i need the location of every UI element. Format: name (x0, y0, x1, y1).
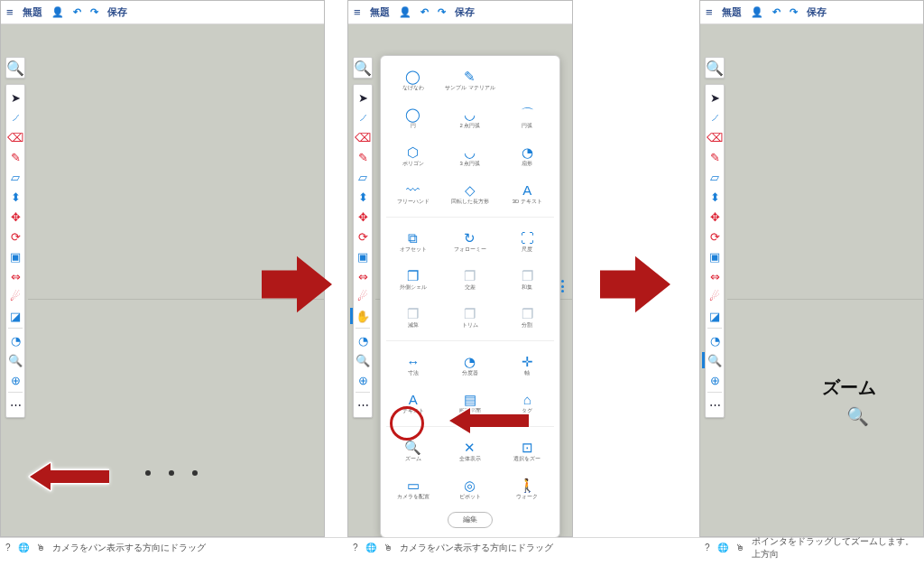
tool-pan[interactable]: ⊕ (355, 370, 371, 390)
person-icon[interactable]: 👤 (51, 6, 64, 18)
palette-zoomext[interactable]: ✕全体表示 (441, 432, 498, 469)
palette-dropper[interactable]: ✎サンプル マテリアル (441, 61, 498, 97)
tool-more[interactable]: ⋯ (355, 394, 371, 414)
save-button[interactable]: 保存 (455, 5, 475, 19)
tool-move[interactable]: ✥ (7, 207, 23, 227)
palette-union2[interactable]: ❐和集 (499, 261, 556, 297)
tool-select[interactable]: ➤ (355, 88, 371, 107)
tool-paint[interactable]: ☄ (7, 286, 23, 306)
tool-protractor[interactable]: ◔ (707, 330, 723, 350)
tool-rotate[interactable]: ⟳ (7, 227, 23, 246)
palette-subtract[interactable]: ❐減算 (384, 299, 441, 335)
tool-move[interactable]: ✥ (707, 207, 723, 227)
palette-split[interactable]: ❐分割 (499, 299, 556, 335)
tool-pan[interactable]: ⊕ (7, 370, 23, 390)
tool-eraser[interactable]: ⌫ (355, 127, 371, 147)
tool-color[interactable]: ▣ (355, 246, 371, 266)
tool-color[interactable]: ▣ (707, 246, 723, 266)
palette-arc[interactable]: ⌒円弧 (499, 99, 556, 135)
globe-icon[interactable]: 🌐 (365, 543, 376, 552)
tool-pencil[interactable]: ✎ (7, 147, 23, 167)
palette-arc2[interactable]: ◡2 点円弧 (441, 99, 498, 135)
menu-icon[interactable]: ≡ (706, 5, 713, 19)
tool-pan[interactable]: ⊕ (707, 370, 723, 390)
palette-followme[interactable]: ↻フォローミー (441, 223, 498, 259)
palette-walk[interactable]: 🚶ウォーク (499, 470, 556, 506)
tool-select[interactable]: ➤ (7, 88, 23, 107)
search-button[interactable]: 🔍 (353, 57, 373, 79)
person-icon[interactable]: 👤 (751, 6, 763, 18)
save-button[interactable]: 保存 (807, 5, 827, 19)
tool-more[interactable]: ⋯ (7, 394, 23, 414)
palette-offset[interactable]: ⧉オフセット (384, 223, 441, 259)
redo-icon[interactable]: ↷ (438, 6, 446, 18)
tool-more[interactable]: ⋯ (707, 394, 723, 414)
palette-scale[interactable]: ⛶尺度 (499, 223, 556, 259)
tool-paint[interactable]: ☄ (707, 286, 723, 306)
palette-pivot[interactable]: ◎ピボット (441, 470, 498, 506)
palette-union[interactable]: ❐交差 (441, 261, 498, 297)
tool-tape[interactable]: ⇔ (355, 266, 371, 286)
tool-hand[interactable]: ✋ (355, 306, 371, 326)
palette-arc3[interactable]: ◡3 点円弧 (441, 137, 498, 173)
tool-line[interactable]: ⟋ (355, 107, 371, 127)
palette-zoom[interactable]: 🔍ズーム (384, 432, 441, 469)
tool-rectangle[interactable]: ▱ (7, 167, 23, 187)
palette-edit-button[interactable]: 編集 (448, 512, 493, 528)
tool-tape[interactable]: ⇔ (707, 266, 723, 286)
undo-icon[interactable]: ↶ (772, 6, 781, 18)
tool-orbit[interactable]: 🔍 (355, 350, 371, 370)
tool-rectangle[interactable]: ▱ (707, 167, 723, 187)
tool-pushpull[interactable]: ⬍ (7, 187, 23, 207)
palette-outershell[interactable]: ❐外側シェル (384, 261, 441, 297)
tool-select[interactable]: ➤ (707, 88, 723, 107)
tool-pushpull[interactable]: ⬍ (355, 187, 371, 207)
tool-pushpull[interactable]: ⬍ (707, 187, 723, 207)
globe-icon[interactable]: 🌐 (717, 543, 728, 552)
redo-icon[interactable]: ↷ (790, 6, 798, 18)
palette-axes[interactable]: ✛軸 (499, 347, 556, 383)
tool-line[interactable]: ⟋ (7, 107, 23, 127)
tool-rotate[interactable]: ⟳ (355, 227, 371, 246)
help-icon[interactable]: ? (705, 543, 710, 552)
palette-lasso[interactable]: ◯なげなわ (384, 61, 441, 97)
palette-position[interactable]: ▭カメラを配置 (384, 470, 441, 506)
tool-orbit[interactable]: 🔍 (7, 350, 23, 370)
menu-icon[interactable]: ≡ (6, 5, 14, 19)
tool-rectangle[interactable]: ▱ (355, 167, 371, 187)
help-icon[interactable]: ? (5, 543, 11, 552)
tool-protractor[interactable]: ◔ (7, 330, 23, 350)
redo-icon[interactable]: ↷ (90, 6, 98, 18)
tool-pencil[interactable]: ✎ (707, 147, 723, 167)
undo-icon[interactable]: ↶ (420, 6, 429, 18)
palette-resize-grip[interactable] (561, 280, 565, 292)
palette-pie[interactable]: ◔扇形 (499, 137, 556, 173)
palette-zoomwin[interactable]: ⊡選択をズー (499, 432, 556, 469)
person-icon[interactable]: 👤 (399, 6, 411, 18)
save-button[interactable]: 保存 (107, 5, 127, 19)
help-icon[interactable]: ? (353, 543, 358, 552)
palette-text3d[interactable]: A3D テキスト (499, 175, 556, 211)
palette-freehand[interactable]: 〰フリーハンド (384, 175, 441, 211)
palette-rotrect[interactable]: ◇回転した長方形 (441, 175, 498, 211)
palette-trim[interactable]: ❐トリム (441, 299, 498, 335)
tool-section[interactable]: ◪ (7, 306, 23, 326)
search-button[interactable]: 🔍 (705, 57, 725, 79)
tool-paint[interactable]: ☄ (355, 286, 371, 306)
tool-zoom[interactable]: 🔍 (707, 350, 723, 370)
palette-polygon[interactable]: ⬡ポリゴン (384, 137, 441, 173)
palette-dim[interactable]: ↔寸法 (384, 347, 441, 383)
tool-section[interactable]: ◪ (707, 306, 723, 326)
palette-text[interactable]: Aテキスト (384, 385, 441, 421)
search-button[interactable]: 🔍 (5, 57, 25, 79)
tool-eraser[interactable]: ⌫ (7, 127, 23, 147)
globe-icon[interactable]: 🌐 (18, 543, 29, 552)
tool-move[interactable]: ✥ (355, 207, 371, 227)
tool-color[interactable]: ▣ (7, 246, 23, 266)
tool-protractor[interactable]: ◔ (355, 330, 371, 350)
tool-tape[interactable]: ⇔ (7, 266, 23, 286)
tool-rotate[interactable]: ⟳ (707, 227, 723, 246)
tool-line[interactable]: ⟋ (707, 107, 723, 127)
palette-circle[interactable]: ◯円 (384, 99, 441, 135)
undo-icon[interactable]: ↶ (73, 6, 81, 18)
